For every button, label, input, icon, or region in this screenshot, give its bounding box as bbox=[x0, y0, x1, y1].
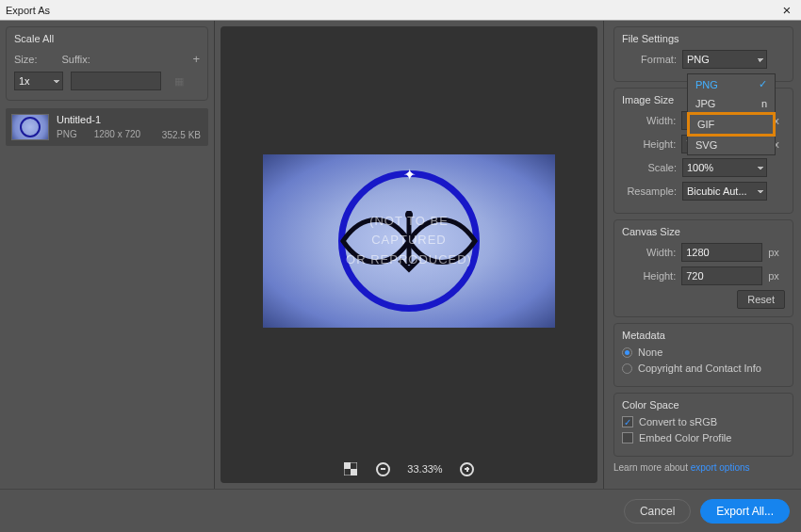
metadata-heading: Metadata bbox=[622, 330, 785, 341]
suffix-label: Suffix: bbox=[61, 54, 90, 65]
checker-icon[interactable] bbox=[343, 461, 358, 476]
format-option-gif[interactable]: GIF bbox=[687, 112, 776, 137]
checkbox-icon bbox=[622, 432, 633, 443]
preview-area[interactable]: ✦ (NOT TO BE CAPTURED OR REPRODUCED) bbox=[221, 26, 597, 455]
canvas-height-input[interactable] bbox=[681, 266, 762, 285]
metadata-none-radio[interactable]: None bbox=[622, 347, 785, 358]
titlebar: Export As × bbox=[0, 0, 801, 21]
zoom-percent[interactable]: 33.33% bbox=[407, 463, 442, 475]
preview-toolbar: 33.33% bbox=[221, 455, 597, 483]
convert-srgb-checkbox[interactable]: ✓ Convert to sRGB bbox=[622, 416, 785, 427]
format-option-jpg[interactable]: JPGn bbox=[688, 94, 775, 113]
format-dropdown[interactable]: PNG✓ JPGn GIF SVG bbox=[687, 73, 776, 155]
reset-button[interactable]: Reset bbox=[737, 290, 785, 309]
asset-thumbnail bbox=[11, 114, 49, 140]
resample-select[interactable]: Bicubic Aut... bbox=[682, 182, 767, 201]
color-space-heading: Color Space bbox=[622, 399, 785, 411]
window-title: Export As bbox=[6, 5, 778, 16]
canvas-size-section: Canvas Size Width: px Height: px Reset bbox=[613, 219, 793, 317]
svg-rect-2 bbox=[344, 462, 351, 469]
asset-format: PNG bbox=[57, 129, 77, 139]
asset-name: Untitled-1 bbox=[57, 114, 203, 125]
asset-row[interactable]: Untitled-1 PNG 1280 x 720 352.5 KB bbox=[6, 108, 208, 146]
right-panel: File Settings Format: PNG PNG✓ JPGn GIF … bbox=[603, 21, 801, 489]
add-size-icon[interactable]: + bbox=[192, 52, 200, 66]
asset-filesize: 352.5 KB bbox=[162, 130, 201, 140]
scale-select[interactable]: 100% bbox=[682, 158, 767, 177]
file-settings-heading: File Settings bbox=[622, 33, 785, 44]
canvas-size-heading: Canvas Size bbox=[622, 226, 785, 237]
scale-label: Scale: bbox=[622, 162, 677, 173]
format-option-svg[interactable]: SVG bbox=[688, 136, 775, 154]
checkbox-icon: ✓ bbox=[622, 416, 633, 427]
center-panel: ✦ (NOT TO BE CAPTURED OR REPRODUCED) bbox=[221, 26, 597, 483]
cancel-button[interactable]: Cancel bbox=[624, 499, 691, 524]
embed-profile-checkbox[interactable]: Embed Color Profile bbox=[622, 432, 785, 443]
size-select[interactable]: 1x bbox=[14, 72, 63, 90]
suffix-input[interactable] bbox=[71, 72, 161, 90]
close-icon[interactable]: × bbox=[778, 3, 795, 17]
learn-link[interactable]: export options bbox=[691, 462, 750, 473]
canvas-height-unit: px bbox=[768, 270, 785, 282]
color-space-section: Color Space ✓ Convert to sRGB Embed Colo… bbox=[613, 393, 793, 457]
footer: Cancel Export All... bbox=[0, 489, 801, 532]
width-label: Width: bbox=[622, 115, 676, 126]
learn-more: Learn more about export options bbox=[613, 462, 793, 473]
format-option-png[interactable]: PNG✓ bbox=[688, 74, 775, 94]
format-label: Format: bbox=[622, 54, 677, 65]
asset-dims: 1280 x 720 bbox=[94, 129, 141, 139]
star-icon: ✦ bbox=[403, 166, 416, 184]
export-all-button[interactable]: Export All... bbox=[700, 499, 790, 524]
trash-icon[interactable]: ▦ bbox=[174, 75, 184, 88]
radio-icon bbox=[622, 347, 632, 358]
resample-label: Resample: bbox=[622, 185, 677, 197]
svg-rect-3 bbox=[351, 469, 357, 476]
check-icon: ✓ bbox=[759, 78, 767, 90]
zoom-in-icon[interactable] bbox=[460, 461, 475, 476]
radio-icon bbox=[622, 363, 632, 374]
scale-all-section: Scale All Size: Suffix: + 1x ▦ bbox=[6, 26, 208, 101]
left-panel: Scale All Size: Suffix: + 1x ▦ Untitled-… bbox=[0, 21, 215, 489]
canvas-width-input[interactable] bbox=[681, 243, 762, 262]
svg-point-0 bbox=[405, 211, 413, 218]
metadata-ccinfo-radio[interactable]: Copyright and Contact Info bbox=[622, 363, 785, 374]
zoom-out-icon[interactable] bbox=[375, 461, 390, 476]
preview-image: ✦ (NOT TO BE CAPTURED OR REPRODUCED) bbox=[263, 154, 555, 328]
canvas-width-unit: px bbox=[768, 247, 785, 258]
jpg-trailing: n bbox=[761, 98, 767, 109]
height-label: Height: bbox=[622, 138, 676, 150]
main-panels: Scale All Size: Suffix: + 1x ▦ Untitled-… bbox=[0, 21, 801, 489]
canvas-height-label: Height: bbox=[622, 270, 676, 282]
format-select[interactable]: PNG bbox=[682, 50, 767, 69]
metadata-section: Metadata None Copyright and Contact Info bbox=[613, 323, 793, 387]
scale-all-heading: Scale All bbox=[14, 33, 200, 44]
preview-ornament bbox=[334, 203, 484, 279]
size-label: Size: bbox=[14, 54, 37, 65]
canvas-width-label: Width: bbox=[622, 247, 676, 258]
